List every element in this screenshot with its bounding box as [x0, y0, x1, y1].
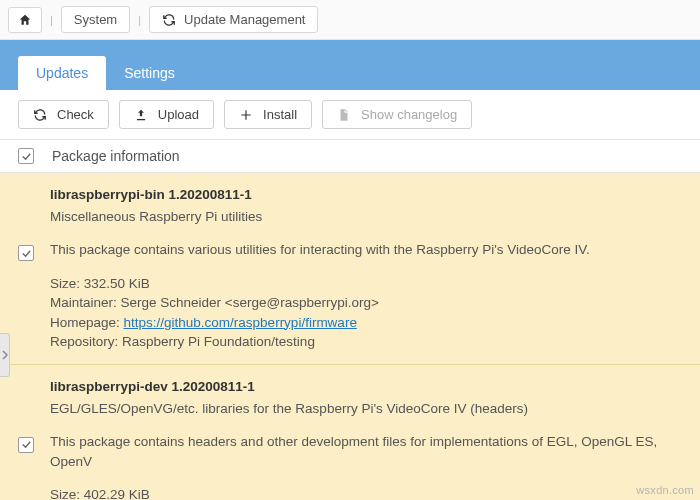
package-summary: EGL/GLES/OpenVG/etc. libraries for the R…	[50, 399, 682, 419]
package-size: Size: 332.50 KiB	[50, 274, 682, 294]
upload-icon	[134, 108, 148, 122]
package-row[interactable]: libraspberrypi-bin 1.20200811-1 Miscella…	[0, 173, 700, 365]
column-header: Package information	[0, 140, 700, 173]
check-button[interactable]: Check	[18, 100, 109, 129]
breadcrumb-sep: |	[136, 14, 143, 26]
package-size: Size: 402.29 KiB	[50, 485, 682, 500]
package-summary: Miscellaneous Raspberry Pi utilities	[50, 207, 682, 227]
upload-label: Upload	[158, 107, 199, 122]
homepage-prefix: Homepage:	[50, 315, 124, 330]
tab-strip: Updates Settings	[0, 40, 700, 90]
tab-settings[interactable]: Settings	[106, 56, 193, 90]
home-icon	[18, 13, 32, 27]
package-description: This package contains headers and other …	[50, 432, 682, 471]
tab-settings-label: Settings	[124, 65, 175, 81]
select-all-checkbox[interactable]	[18, 148, 34, 164]
tab-updates-label: Updates	[36, 65, 88, 81]
package-checkbox[interactable]	[18, 437, 34, 453]
package-list: libraspberrypi-bin 1.20200811-1 Miscella…	[0, 173, 700, 500]
breadcrumb: | System | Update Management	[0, 0, 700, 40]
upload-button[interactable]: Upload	[119, 100, 214, 129]
column-package-info: Package information	[52, 148, 180, 164]
install-button[interactable]: Install	[224, 100, 312, 129]
breadcrumb-system-label: System	[74, 12, 117, 27]
breadcrumb-update-label: Update Management	[184, 12, 305, 27]
install-label: Install	[263, 107, 297, 122]
package-maintainer: Maintainer: Serge Schneider <serge@raspb…	[50, 293, 682, 313]
breadcrumb-system[interactable]: System	[61, 6, 130, 33]
file-icon	[337, 108, 351, 122]
package-row[interactable]: libraspberrypi-dev 1.20200811-1 EGL/GLES…	[0, 365, 700, 500]
refresh-icon	[33, 108, 47, 122]
package-homepage: Homepage: https://github.com/raspberrypi…	[50, 313, 682, 333]
package-title: libraspberrypi-dev 1.20200811-1	[50, 377, 682, 397]
homepage-link[interactable]: https://github.com/raspberrypi/firmware	[124, 315, 357, 330]
tab-updates[interactable]: Updates	[18, 56, 106, 90]
package-title: libraspberrypi-bin 1.20200811-1	[50, 185, 682, 205]
package-checkbox[interactable]	[18, 245, 34, 261]
toolbar: Check Upload Install Show changelog	[0, 90, 700, 140]
check-label: Check	[57, 107, 94, 122]
package-body: libraspberrypi-dev 1.20200811-1 EGL/GLES…	[50, 377, 682, 500]
changelog-label: Show changelog	[361, 107, 457, 122]
plus-icon	[239, 108, 253, 122]
breadcrumb-sep: |	[48, 14, 55, 26]
breadcrumb-update-management[interactable]: Update Management	[149, 6, 318, 33]
refresh-icon	[162, 13, 176, 27]
package-body: libraspberrypi-bin 1.20200811-1 Miscella…	[50, 185, 682, 352]
watermark: wsxdn.com	[636, 484, 694, 496]
panel-collapse-handle[interactable]	[0, 333, 10, 377]
package-repository: Repository: Raspberry Pi Foundation/test…	[50, 332, 682, 352]
breadcrumb-home[interactable]	[8, 7, 42, 33]
show-changelog-button[interactable]: Show changelog	[322, 100, 472, 129]
package-description: This package contains various utilities …	[50, 240, 682, 260]
